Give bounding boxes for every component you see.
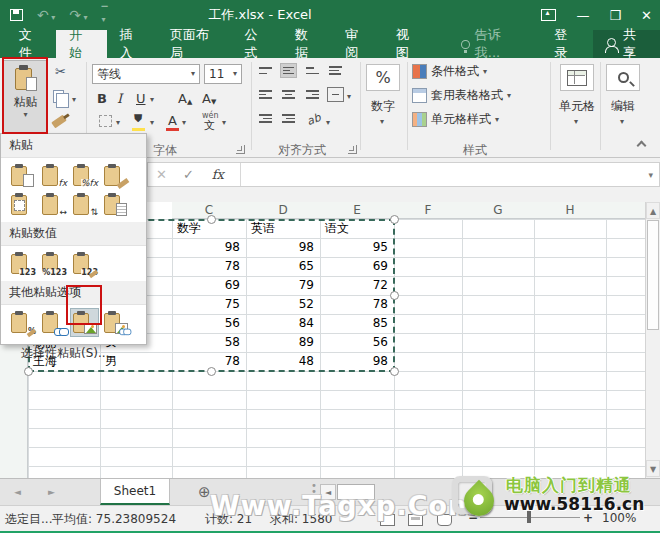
paste-option-keep-source-formatting[interactable] — [102, 162, 129, 189]
formula-input[interactable] — [241, 164, 643, 185]
cells-group-caret[interactable]: ▾ — [574, 118, 578, 126]
cells-button[interactable] — [560, 64, 594, 91]
cancel-icon[interactable]: ✕ — [148, 167, 175, 182]
close-button[interactable]: ✕ — [641, 9, 652, 22]
align-bottom-icon[interactable] — [304, 63, 321, 78]
vertical-scrollbar[interactable]: ▲ ▼ — [645, 202, 660, 478]
ribbon-display-options-icon[interactable] — [541, 9, 556, 21]
font-color-caret[interactable]: ▾ — [182, 119, 186, 127]
merge-caret[interactable]: ▾ — [347, 93, 351, 101]
cell-styles-button[interactable]: 单元格样式▾ — [412, 111, 499, 128]
wrap-text-icon[interactable] — [327, 63, 344, 78]
align-right-icon[interactable] — [304, 87, 321, 102]
selection-handle[interactable] — [207, 367, 216, 376]
merge-center-icon[interactable] — [327, 87, 344, 102]
column-header-D[interactable]: D — [246, 202, 320, 219]
orientation-icon[interactable]: ab — [305, 111, 322, 128]
new-sheet-icon[interactable]: ⊕ — [198, 483, 211, 501]
formula-bar-expand-icon[interactable]: ▾ — [642, 170, 659, 180]
underline-caret[interactable]: ▾ — [150, 96, 154, 104]
paste-option-paste-link[interactable] — [40, 309, 67, 336]
cut-icon[interactable]: ✂ — [55, 64, 66, 79]
column-header-partial[interactable] — [606, 202, 645, 219]
align-left-icon[interactable] — [257, 87, 274, 102]
column-header-H[interactable]: H — [534, 202, 606, 219]
paste-option-no-borders[interactable] — [9, 191, 36, 218]
font-color-icon[interactable]: A — [168, 113, 177, 128]
selection-handle[interactable] — [390, 291, 399, 300]
font-dialog-launcher[interactable] — [236, 145, 245, 154]
tab-home[interactable]: 开始 — [56, 30, 106, 58]
shrink-font-button[interactable]: A▼ — [202, 91, 216, 106]
paste-option-formulas[interactable]: fx — [40, 162, 67, 189]
paste-option-values[interactable]: 123 — [9, 250, 36, 277]
editing-group-caret[interactable]: ▾ — [620, 118, 624, 126]
fill-color-icon[interactable]: ⛊ — [134, 112, 142, 125]
tab-insert[interactable]: 插入 — [107, 30, 157, 58]
maximize-button[interactable]: ❒ — [609, 9, 621, 22]
selection-handle[interactable] — [390, 367, 399, 376]
align-middle-icon[interactable] — [280, 63, 297, 78]
font-size-combo[interactable]: 11▾ — [204, 64, 242, 84]
conditional-formatting-button[interactable]: 条件格式▾ — [412, 63, 487, 80]
copy-caret[interactable]: ▾ — [72, 96, 76, 104]
sheet-next-icon[interactable]: ► — [48, 479, 55, 506]
collapse-ribbon-icon[interactable] — [637, 141, 647, 151]
paste-option-match-destination-formatting[interactable] — [102, 191, 129, 218]
selection-handle[interactable] — [390, 215, 399, 224]
align-top-icon[interactable] — [257, 63, 274, 78]
enter-icon[interactable]: ✓ — [175, 167, 202, 182]
selection-handle[interactable] — [207, 215, 216, 224]
gridline-horizontal — [0, 428, 645, 429]
underline-button[interactable]: U — [136, 91, 146, 106]
paste-option-values-source-formatting[interactable]: 123 — [71, 250, 98, 277]
tell-me-box[interactable]: 告诉我... — [461, 30, 524, 58]
align-center-icon[interactable] — [280, 87, 297, 102]
sheet-prev-icon[interactable]: ◄ — [14, 479, 21, 506]
borders-icon[interactable] — [99, 115, 112, 127]
paste-option-formulas-number-formatting[interactable]: %fx — [71, 162, 98, 189]
increase-indent-icon[interactable] — [280, 111, 297, 126]
number-group-caret[interactable]: ▾ — [380, 118, 384, 126]
scroll-up-icon[interactable]: ▲ — [646, 202, 660, 219]
column-header-G[interactable]: G — [462, 202, 534, 219]
sheet-tab-sheet1[interactable]: Sheet1 — [100, 479, 170, 505]
phonetic-caret[interactable]: ▾ — [222, 119, 226, 127]
grow-font-button[interactable]: A▲ — [178, 91, 192, 106]
copy-icon[interactable] — [53, 90, 64, 103]
vertical-scroll-thumb[interactable] — [647, 220, 659, 330]
format-as-table-button[interactable]: 套用表格格式▾ — [412, 87, 511, 104]
column-header-F[interactable]: F — [394, 202, 462, 219]
alignment-dialog-launcher[interactable] — [348, 145, 357, 154]
insert-function-icon[interactable]: fx — [202, 167, 234, 182]
paste-option-transpose[interactable]: ⇅ — [71, 191, 98, 218]
paste-option-values-number-formatting[interactable]: %123 — [40, 250, 67, 277]
borders-caret[interactable]: ▾ — [116, 119, 120, 127]
orientation-caret[interactable]: ▾ — [326, 119, 330, 127]
sign-in-button[interactable]: 登录 — [554, 30, 579, 58]
number-format-button[interactable]: % — [366, 64, 400, 91]
column-header-E[interactable]: E — [320, 202, 394, 219]
editing-button[interactable] — [606, 64, 640, 91]
italic-button[interactable]: I — [117, 91, 122, 106]
tab-data[interactable]: 数据 — [282, 30, 332, 58]
tab-view[interactable]: 视图 — [383, 30, 433, 58]
bold-button[interactable]: B — [97, 91, 107, 106]
selection-handle[interactable] — [24, 367, 33, 376]
paste-option-linked-picture[interactable] — [102, 309, 129, 336]
minimize-button[interactable]: — — [576, 9, 589, 22]
tab-formulas[interactable]: 公式 — [232, 30, 282, 58]
paste-option-keep-source-column-widths[interactable]: ↔ — [40, 191, 67, 218]
phonetic-guide-icon[interactable]: 文 — [204, 118, 215, 133]
tab-file[interactable]: 文件 — [6, 30, 56, 58]
tab-page-layout[interactable]: 页面布局 — [157, 30, 232, 58]
paste-special-item[interactable]: 选择性粘贴(S)... — [1, 340, 146, 367]
fill-color-caret[interactable]: ▾ — [150, 119, 154, 127]
paste-option-formatting[interactable]: % — [9, 309, 36, 336]
format-painter-icon[interactable] — [51, 115, 66, 129]
decrease-indent-icon[interactable] — [257, 111, 274, 126]
paste-option-paste[interactable] — [9, 162, 36, 189]
font-name-combo[interactable]: 等线▾ — [92, 64, 200, 84]
tab-review[interactable]: 审阅 — [332, 30, 382, 58]
share-button[interactable]: 共享 — [593, 30, 660, 58]
